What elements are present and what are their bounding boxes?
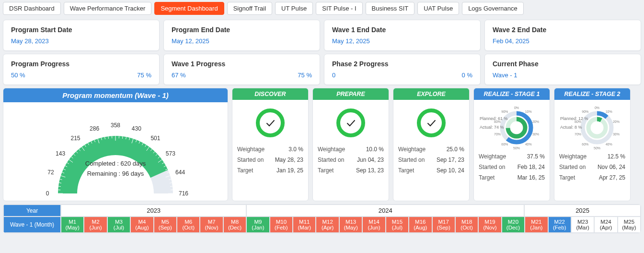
stage-header: PREPARE [313, 88, 389, 100]
stage-started-value: May 28, 23 [275, 157, 303, 163]
stage-header: REALIZE - STAGE 1 [474, 88, 550, 100]
stage-prepare: PREPAREWeightage10.0 %Started onJun 04, … [312, 88, 389, 201]
planned-label: Planned: 61 % [480, 116, 508, 121]
timeline-month-m2[interactable]: M2(Jun) [84, 217, 107, 233]
timeline-month-m3[interactable]: M3(Jul) [107, 217, 130, 233]
tab-uat-pulse[interactable]: UAT Pulse [417, 2, 459, 15]
svg-text:358: 358 [111, 122, 120, 129]
timeline-month-m4[interactable]: M4(Aug) [130, 217, 153, 233]
planned-label: Planned: 12 % [560, 116, 588, 121]
timeline-month-m19[interactable]: M19(Nov) [478, 217, 501, 233]
tab-wave-performance-tracker[interactable]: Wave Performance Tracker [64, 2, 152, 15]
stage-target-value: Sep 10, 24 [437, 167, 464, 174]
timeline-month-m16[interactable]: M16(Aug) [409, 217, 432, 233]
summary-cards-row1: Program Start DateMay 28, 2023Program En… [0, 17, 644, 51]
card-title: Wave 1 End Date [332, 26, 472, 34]
timeline-month-m22[interactable]: M22(Feb) [548, 217, 571, 233]
svg-text:70%: 70% [494, 133, 501, 136]
timeline-month-m10[interactable]: M10(Feb) [270, 217, 293, 233]
svg-text:215: 215 [71, 135, 80, 142]
stage-weightage-label: Weightage [318, 146, 345, 153]
stage-discover: DISCOVERWeightage3.0 %Started onMay 28, … [232, 88, 309, 201]
timeline-month-m6[interactable]: M6(Oct) [177, 217, 200, 233]
tab-segment-dashboard[interactable]: Segment Dashboard [154, 2, 224, 15]
remaining-days-label: Remaining : 96 days [3, 169, 228, 179]
card-wave-1-end-date: Wave 1 End DateMay 12, 2025 [324, 20, 481, 51]
card-wave-1-progress: Wave 1 Progress67 %75 % [163, 54, 320, 85]
card-value: May 12, 2025 [332, 37, 472, 45]
tab-ut-pulse[interactable]: UT Pulse [275, 2, 313, 15]
stage-target-label: Target [318, 167, 334, 174]
timeline-month-row: Wave - 1 (Month)M1(May)M2(Jun)M3(Jul)M4(… [3, 217, 641, 233]
check-icon [256, 108, 285, 137]
stage-target-value: Jan 19, 25 [276, 167, 303, 174]
svg-line-48 [170, 186, 172, 187]
timeline-month-m15[interactable]: M15(Jul) [386, 217, 409, 233]
card-value: 67 % [172, 72, 186, 79]
stage-started-label: Started on [559, 164, 586, 170]
svg-text:286: 286 [90, 125, 99, 132]
timeline-month-m23[interactable]: M23(Mar) [571, 217, 594, 233]
card-title: Program End Date [172, 26, 312, 34]
svg-line-2 [58, 186, 61, 187]
radial-gauge: 0%10%20%30%40%50%60%70%80%90%Planned: 12… [559, 104, 625, 149]
timeline-year: 2024 [246, 205, 524, 217]
card-value-secondary: 75 % [298, 72, 312, 79]
stage-started-value: Jun 04, 23 [357, 157, 384, 163]
timeline-month-m18[interactable]: M18(Oct) [455, 217, 478, 233]
card-value: Wave - 1 [493, 72, 633, 79]
timeline-month-m13[interactable]: M13(May) [339, 217, 362, 233]
card-title: Current Phase [493, 60, 633, 68]
tab-signoff-trail[interactable]: Signoff Trail [227, 2, 272, 15]
timeline-panel: Year202320242025 Wave - 1 (Month)M1(May)… [3, 204, 641, 233]
timeline-month-m25[interactable]: M25(May) [618, 217, 641, 233]
svg-text:70%: 70% [575, 133, 581, 136]
stage-realize-stage-2: REALIZE - STAGE 20%10%20%30%40%50%60%70%… [554, 88, 631, 201]
svg-text:0: 0 [46, 190, 49, 197]
svg-text:143: 143 [56, 150, 65, 157]
svg-line-23 [108, 136, 109, 139]
card-title: Phase 2 Progress [332, 60, 472, 68]
timeline-month-m1[interactable]: M1(May) [61, 217, 84, 233]
svg-text:430: 430 [132, 125, 141, 132]
svg-text:20%: 20% [613, 120, 620, 123]
svg-text:60%: 60% [501, 143, 508, 146]
timeline-month-m24[interactable]: M24(Apr) [594, 217, 617, 233]
timeline-month-m14[interactable]: M14(Jun) [362, 217, 385, 233]
stage-header: REALIZE - STAGE 2 [554, 88, 630, 100]
tab-sit-pulse-i[interactable]: SIT Pulse - I [316, 2, 362, 15]
tab-dsr-dashboard[interactable]: DSR Dashboard [3, 2, 61, 15]
card-value: May 12, 2025 [172, 37, 312, 45]
card-value-secondary: 0 % [462, 72, 472, 79]
stage-weightage-value: 25.0 % [447, 146, 464, 153]
timeline-month-m17[interactable]: M17(Sep) [432, 217, 455, 233]
card-phase-2-progress: Phase 2 Progress00 % [324, 54, 481, 85]
svg-text:40%: 40% [606, 143, 612, 146]
stage-header: DISCOVER [232, 88, 308, 100]
momentum-gauge: 072143215286358430501573644716 Completed… [3, 102, 228, 201]
card-program-end-date: Program End DateMay 12, 2025 [163, 20, 320, 51]
check-icon [417, 108, 446, 137]
svg-text:716: 716 [179, 190, 188, 197]
timeline-month-m5[interactable]: M5(Sep) [154, 217, 177, 233]
stage-started-label: Started on [318, 157, 344, 163]
tab-bar: DSR DashboardWave Performance TrackerSeg… [0, 0, 644, 17]
tab-logs-governance[interactable]: Logs Governance [462, 2, 524, 15]
card-program-start-date: Program Start DateMay 28, 2023 [3, 20, 160, 51]
stage-weightage-label: Weightage [479, 153, 506, 160]
timeline-month-m21[interactable]: M21(Jan) [525, 217, 548, 233]
timeline-month-m20[interactable]: M20(Dec) [502, 217, 525, 233]
timeline-month-m11[interactable]: M11(Mar) [293, 217, 316, 233]
timeline-month-m8[interactable]: M8(Dec) [223, 217, 246, 233]
card-title: Wave 2 End Date [493, 26, 633, 34]
timeline-month-m12[interactable]: M12(Apr) [316, 217, 339, 233]
stage-started-value: Sep 17, 23 [437, 157, 464, 163]
timeline-month-m9[interactable]: M9(Jan) [246, 217, 269, 233]
card-program-progress: Program Progress50 %75 % [3, 54, 160, 85]
svg-text:0%: 0% [514, 106, 519, 109]
stage-weightage-value: 12.5 % [608, 153, 625, 160]
stage-weightage-value: 3.0 % [288, 146, 303, 153]
card-title: Program Start Date [11, 26, 151, 34]
timeline-month-m7[interactable]: M7(Nov) [200, 217, 223, 233]
tab-business-sit[interactable]: Business SIT [366, 2, 415, 15]
